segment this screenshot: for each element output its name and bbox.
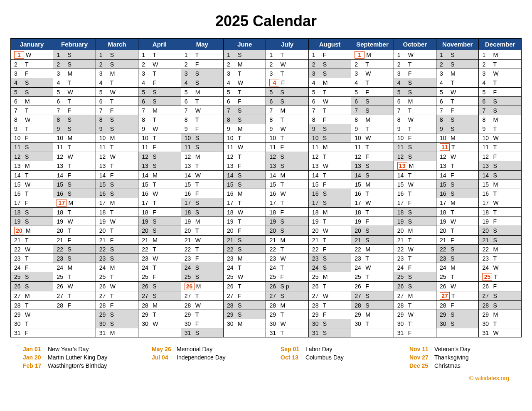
day-of-week: T: [195, 162, 199, 169]
day-cell: 8M: [479, 115, 522, 124]
day-of-week: M: [409, 162, 414, 169]
day-number: 28: [142, 302, 151, 309]
month-header: March: [96, 39, 138, 50]
day-of-week: T: [451, 209, 454, 216]
day-number: 10: [482, 135, 491, 141]
day-number: 18: [99, 209, 108, 216]
day-of-week: M: [451, 199, 456, 206]
day-of-week: W: [323, 227, 328, 234]
day-cell: 1W: [11, 50, 53, 60]
holiday-name: Columbus Day: [305, 354, 344, 361]
day-number: 28: [57, 302, 66, 309]
day-number: 6: [57, 98, 66, 105]
holiday-name: Independence Day: [177, 354, 226, 361]
day-cell: 1S: [53, 50, 96, 60]
day-cell: 26W: [436, 282, 479, 291]
day-of-week: M: [493, 181, 498, 188]
day-number: 15: [269, 181, 278, 188]
day-number: 5: [397, 89, 406, 96]
day-number: 4: [440, 79, 449, 86]
day-cell: 16T: [351, 189, 394, 198]
day-of-week: F: [110, 237, 114, 244]
day-number: 25: [142, 273, 151, 280]
day-number: 3: [57, 70, 66, 77]
day-of-week: T: [25, 190, 29, 197]
holiday-date: Nov 11: [409, 346, 434, 352]
day-number: 31: [99, 330, 108, 336]
day-of-week: W: [67, 89, 73, 96]
day-number: 29: [269, 311, 278, 318]
day-of-week: W: [280, 255, 286, 262]
day-of-week: T: [323, 283, 327, 290]
day-of-week: S: [280, 98, 284, 105]
day-of-week: M: [323, 273, 328, 280]
day-of-week: W: [110, 153, 116, 160]
day-cell: 24S: [181, 263, 223, 272]
day-number: 18: [440, 209, 449, 216]
day-of-week: S: [238, 302, 241, 309]
day-of-week: M: [323, 144, 328, 150]
day-of-week: T: [195, 293, 199, 299]
day-number: 26: [227, 283, 236, 290]
day-of-week: T: [195, 311, 199, 318]
day-of-week: M: [238, 126, 243, 132]
day-number: 11: [14, 144, 23, 150]
day-cell: 28F: [436, 301, 479, 310]
day-number: 5: [185, 89, 194, 96]
day-number: 26: [397, 283, 406, 290]
day-cell: 16T: [479, 189, 522, 198]
day-number: 22: [99, 246, 108, 253]
day-number: 11: [57, 144, 66, 150]
day-cell: 23S: [436, 254, 479, 263]
day-number: 18: [312, 209, 321, 216]
day-number: 6: [355, 98, 364, 105]
day-of-week: W: [280, 320, 286, 327]
day-cell: 23T: [11, 254, 53, 263]
day-number: 28: [227, 302, 236, 309]
day-number: 19: [269, 218, 278, 225]
holiday-date: Feb 17: [23, 362, 48, 369]
day-of-week: F: [451, 172, 454, 179]
day-cell: 18S: [181, 208, 223, 217]
day-cell: 18T: [479, 208, 522, 217]
holiday-entry: Nov 27Thanksgiving: [409, 354, 509, 361]
day-cell: 25T: [53, 272, 96, 282]
day-of-week: T: [451, 98, 454, 105]
day-of-week: S: [365, 237, 369, 244]
day-cell: 25T: [96, 272, 138, 282]
day-of-week: F: [280, 144, 284, 150]
day-cell: 24F: [394, 263, 436, 272]
day-of-week: S: [323, 70, 327, 77]
day-cell: 9S: [53, 124, 96, 133]
day-of-week: S: [195, 135, 199, 141]
day-of-week: W: [110, 283, 116, 290]
day-of-week: S: [280, 293, 284, 299]
day-cell: 13M: [11, 161, 53, 171]
day-number: 10: [185, 135, 194, 141]
day-cell: 23T: [351, 254, 394, 263]
day-number: 4: [312, 79, 321, 86]
day-number: 28: [312, 302, 321, 309]
day-number: 27: [99, 293, 108, 299]
day-of-week: T: [110, 227, 114, 234]
day-of-week: F: [281, 79, 285, 86]
day-number: 5: [57, 89, 66, 96]
day-cell: 4S: [181, 78, 223, 88]
holiday-name: Wasthington's Birthday: [48, 362, 107, 369]
day-cell: 28M: [138, 301, 181, 310]
day-number: 29: [440, 311, 449, 318]
day-number: 16: [14, 190, 23, 197]
day-of-week: W: [195, 237, 201, 244]
day-of-week: W: [323, 162, 328, 169]
day-number: 8: [397, 116, 406, 123]
day-cell: 22M: [479, 245, 522, 254]
day-number: 15: [397, 181, 406, 188]
day-number: 11: [185, 144, 194, 150]
day-number: 18: [14, 209, 23, 216]
day-number: 7: [440, 107, 449, 114]
day-number: 24: [57, 264, 66, 271]
holiday-entry: Jan 01New Year's Day: [23, 346, 123, 352]
day-of-week: W: [153, 320, 158, 327]
day-number: 19: [185, 218, 194, 225]
day-number: 15: [142, 181, 151, 188]
